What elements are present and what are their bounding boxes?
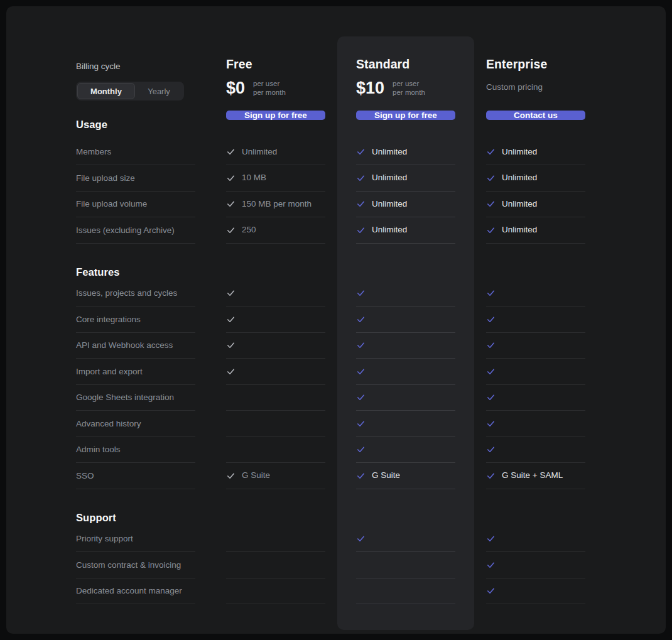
feature-row: Advanced history <box>76 411 592 437</box>
feature-value-text: G Suite + SAML <box>502 470 563 480</box>
feature-label: Core integrations <box>76 306 195 333</box>
feature-value-enterprise: G Suite + SAML <box>486 463 585 489</box>
pricing-rows: UsageMembersUnlimitedUnlimitedUnlimitedF… <box>76 113 592 604</box>
contact-us-button[interactable]: Contact us <box>486 111 585 120</box>
feature-value-text: G Suite <box>372 470 400 480</box>
feature-row: File upload size10 MBUnlimitedUnlimited <box>76 165 592 192</box>
feature-value-free <box>226 526 325 553</box>
feature-value-enterprise <box>486 411 585 437</box>
price-note-line1: per user <box>253 80 279 87</box>
feature-value-standard <box>356 359 455 385</box>
feature-label: SSO <box>76 463 195 489</box>
check-icon <box>486 288 496 298</box>
feature-row: Custom contract & invoicing <box>76 552 592 578</box>
feature-value-text: Unlimited <box>372 147 407 157</box>
feature-row: Issues (excluding Archive)250UnlimitedUn… <box>76 217 592 244</box>
plan-header-free: Free $0 per user per month Sign up for f… <box>226 6 325 113</box>
check-icon <box>226 199 236 209</box>
billing-cycle-label: Billing cycle <box>76 62 195 72</box>
feature-value-free: G Suite <box>226 463 325 489</box>
feature-value-text: Unlimited <box>502 225 537 235</box>
feature-value-enterprise <box>486 359 585 385</box>
price-note-line2: per month <box>253 89 286 96</box>
feature-row: Core integrations <box>76 306 592 333</box>
section-heading-usage: Usage <box>76 113 195 139</box>
check-icon <box>486 560 496 570</box>
plan-price-standard: $10 per user per month <box>356 78 455 99</box>
check-icon <box>486 340 496 350</box>
billing-cycle-toggle[interactable]: Monthly Yearly <box>76 82 184 100</box>
feature-row: Priority support <box>76 526 592 553</box>
feature-value-free <box>226 333 325 359</box>
check-icon <box>356 225 366 235</box>
check-icon <box>226 471 236 480</box>
check-icon <box>226 225 236 235</box>
check-icon <box>486 225 496 235</box>
plan-name-free: Free <box>226 57 325 72</box>
feature-row: Issues, projects and cycles <box>76 281 592 307</box>
feature-value-free <box>226 578 325 605</box>
feature-value-standard <box>356 411 455 437</box>
check-icon <box>486 393 496 402</box>
check-icon <box>486 534 496 543</box>
feature-value-standard <box>356 333 455 359</box>
feature-row: SSOG SuiteG SuiteG Suite + SAML <box>76 463 592 489</box>
pricing-panel: Billing cycle Monthly Yearly Free $0 per… <box>6 6 666 634</box>
feature-label: Admin tools <box>76 437 195 464</box>
billing-toggle-yearly[interactable]: Yearly <box>135 83 183 99</box>
pricing-table: Billing cycle Monthly Yearly Free $0 per… <box>76 6 592 604</box>
check-icon <box>226 315 236 324</box>
check-icon <box>486 147 496 156</box>
feature-value-standard <box>356 552 455 578</box>
check-icon <box>486 586 496 595</box>
feature-value-text: Unlimited <box>242 147 277 157</box>
check-icon <box>486 315 496 324</box>
plan-header-enterprise: Enterprise Custom pricing Contact us <box>486 6 585 113</box>
billing-toggle-monthly[interactable]: Monthly <box>77 83 135 99</box>
check-icon <box>356 340 366 350</box>
feature-label: Dedicated account manager <box>76 578 195 605</box>
feature-label: Advanced history <box>76 411 195 437</box>
feature-value-free <box>226 281 325 307</box>
price-amount: $0 <box>226 78 245 99</box>
feature-row: Import and export <box>76 359 592 385</box>
feature-value-standard: Unlimited <box>356 139 455 166</box>
plan-header-standard: Standard $10 per user per month Sign up … <box>356 6 455 113</box>
check-icon <box>486 367 496 376</box>
section-heading-row: Support <box>76 489 592 526</box>
price-amount: $10 <box>356 78 384 99</box>
feature-label: File upload size <box>76 165 195 192</box>
check-icon <box>356 147 366 156</box>
check-icon <box>486 199 496 209</box>
check-icon <box>226 147 236 156</box>
signup-standard-button[interactable]: Sign up for free <box>356 111 455 120</box>
check-icon <box>356 288 366 298</box>
feature-value-standard <box>356 306 455 333</box>
feature-value-free: 150 MB per month <box>226 192 325 218</box>
feature-row: API and Webhook access <box>76 333 592 359</box>
section-heading-features: Features <box>76 244 195 281</box>
feature-label: Custom contract & invoicing <box>76 552 195 578</box>
feature-value-enterprise: Unlimited <box>486 192 585 218</box>
check-icon <box>356 393 366 402</box>
feature-label: Issues (excluding Archive) <box>76 217 195 244</box>
feature-label: File upload volume <box>76 192 195 218</box>
feature-value-enterprise: Unlimited <box>486 165 585 192</box>
feature-value-enterprise: Unlimited <box>486 139 585 166</box>
feature-value-enterprise <box>486 526 585 553</box>
feature-value-enterprise <box>486 333 585 359</box>
feature-value-standard <box>356 281 455 307</box>
price-note: per user per month <box>253 80 286 97</box>
feature-row: Dedicated account manager <box>76 578 592 605</box>
billing-cycle-block: Billing cycle Monthly Yearly <box>76 6 195 113</box>
feature-value-enterprise <box>486 306 585 333</box>
feature-value-free: 10 MB <box>226 165 325 192</box>
plan-price-free: $0 per user per month <box>226 78 325 99</box>
feature-label: Priority support <box>76 526 195 553</box>
section-heading-support: Support <box>76 489 195 526</box>
feature-value-free: Unlimited <box>226 139 325 166</box>
feature-value-standard <box>356 578 455 605</box>
feature-value-text: Unlimited <box>502 173 537 183</box>
signup-free-button[interactable]: Sign up for free <box>226 111 325 120</box>
feature-value-text: 250 <box>242 225 256 235</box>
